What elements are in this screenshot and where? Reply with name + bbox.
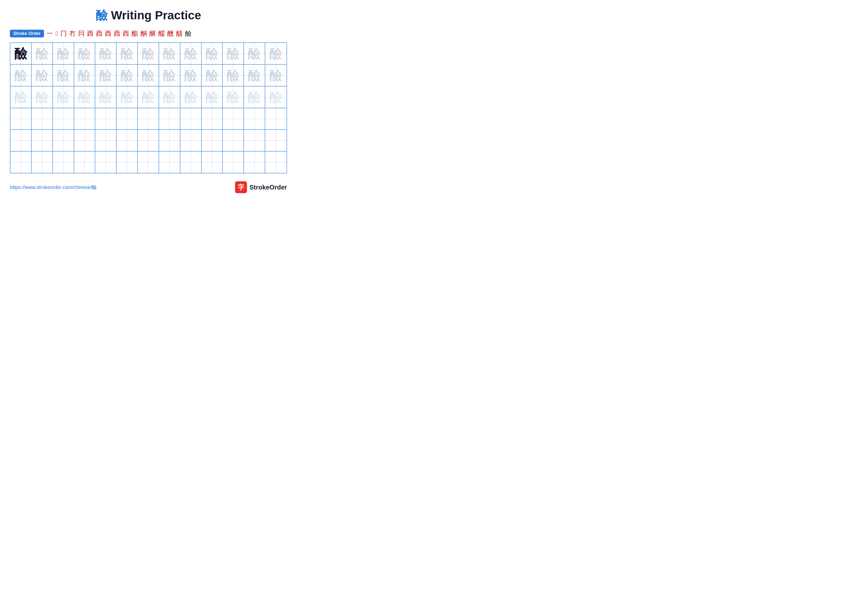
grid-cell-3-11[interactable] xyxy=(244,108,265,129)
grid-row-2: 醶醶醶醶醶醶醶醶醶醶醶醶醶 xyxy=(10,86,287,108)
grid-cell-4-12[interactable] xyxy=(265,130,287,151)
grid-row-1: 醶醶醶醶醶醶醶醶醶醶醶醶醶 xyxy=(10,65,287,86)
grid-row-3 xyxy=(10,108,287,130)
grid-cell-0-3[interactable]: 醶 xyxy=(74,43,96,64)
grid-cell-1-4[interactable]: 醶 xyxy=(95,65,116,86)
grid-cell-5-2[interactable] xyxy=(53,152,74,173)
cell-character-0-5: 醶 xyxy=(121,47,133,60)
grid-cell-5-4[interactable] xyxy=(95,152,116,173)
grid-cell-2-5[interactable]: 醶 xyxy=(116,86,138,108)
grid-cell-0-8[interactable]: 醶 xyxy=(180,43,202,64)
cell-character-0-10: 醶 xyxy=(227,47,240,60)
grid-cell-0-2[interactable]: 醶 xyxy=(53,43,74,64)
grid-cell-0-9[interactable]: 醶 xyxy=(202,43,223,64)
cell-character-2-9: 醶 xyxy=(206,91,219,104)
cell-character-1-3: 醶 xyxy=(78,69,91,82)
grid-cell-3-3[interactable] xyxy=(74,108,96,129)
grid-cell-4-9[interactable] xyxy=(202,130,223,151)
grid-cell-5-0[interactable] xyxy=(10,152,32,173)
grid-cell-5-6[interactable] xyxy=(138,152,159,173)
grid-cell-3-7[interactable] xyxy=(159,108,180,129)
grid-cell-5-10[interactable] xyxy=(223,152,244,173)
grid-cell-3-6[interactable] xyxy=(138,108,159,129)
grid-cell-2-12[interactable]: 醶 xyxy=(265,86,287,108)
stroke-steps: 一𠃌冂冇冃酉酉酉酉酉酯酮醸醹醺醻醶 xyxy=(45,29,192,38)
grid-cell-5-12[interactable] xyxy=(265,152,287,173)
grid-cell-1-5[interactable]: 醶 xyxy=(116,65,138,86)
grid-cell-2-7[interactable]: 醶 xyxy=(159,86,180,108)
cell-character-0-9: 醶 xyxy=(206,47,219,60)
stroke-order-row: Stroke Order 一𠃌冂冇冃酉酉酉酉酉酯酮醸醹醺醻醶 xyxy=(10,29,287,38)
grid-cell-0-5[interactable]: 醶 xyxy=(116,43,138,64)
grid-cell-2-4[interactable]: 醶 xyxy=(95,86,116,108)
grid-cell-3-5[interactable] xyxy=(116,108,138,129)
grid-cell-1-12[interactable]: 醶 xyxy=(265,65,287,86)
grid-cell-0-10[interactable]: 醶 xyxy=(223,43,244,64)
grid-cell-4-4[interactable] xyxy=(95,130,116,151)
grid-cell-2-6[interactable]: 醶 xyxy=(138,86,159,108)
grid-cell-3-9[interactable] xyxy=(202,108,223,129)
grid-cell-4-5[interactable] xyxy=(116,130,138,151)
grid-cell-4-2[interactable] xyxy=(53,130,74,151)
grid-cell-1-1[interactable]: 醶 xyxy=(32,65,53,86)
stroke-step-9: 酉 xyxy=(122,29,130,38)
grid-cell-5-3[interactable] xyxy=(74,152,96,173)
grid-cell-5-11[interactable] xyxy=(244,152,265,173)
grid-cell-1-10[interactable]: 醶 xyxy=(223,65,244,86)
footer-url[interactable]: https://www.strokeorder.com/chinese/醶 xyxy=(10,184,97,191)
grid-cell-0-6[interactable]: 醶 xyxy=(138,43,159,64)
grid-cell-1-6[interactable]: 醶 xyxy=(138,65,159,86)
grid-cell-4-3[interactable] xyxy=(74,130,96,151)
grid-cell-3-12[interactable] xyxy=(265,108,287,129)
footer: https://www.strokeorder.com/chinese/醶 字 … xyxy=(10,181,287,193)
grid-cell-2-8[interactable]: 醶 xyxy=(180,86,202,108)
grid-cell-3-4[interactable] xyxy=(95,108,116,129)
grid-cell-0-0[interactable]: 醶 xyxy=(10,43,32,64)
grid-cell-0-12[interactable]: 醶 xyxy=(265,43,287,64)
grid-cell-3-1[interactable] xyxy=(32,108,53,129)
grid-cell-0-7[interactable]: 醶 xyxy=(159,43,180,64)
grid-cell-5-5[interactable] xyxy=(116,152,138,173)
grid-cell-3-2[interactable] xyxy=(53,108,74,129)
grid-cell-4-0[interactable] xyxy=(10,130,32,151)
grid-cell-1-9[interactable]: 醶 xyxy=(202,65,223,86)
grid-cell-0-11[interactable]: 醶 xyxy=(244,43,265,64)
grid-cell-2-1[interactable]: 醶 xyxy=(32,86,53,108)
grid-cell-4-11[interactable] xyxy=(244,130,265,151)
stroke-step-13: 醹 xyxy=(157,29,166,38)
grid-cell-1-2[interactable]: 醶 xyxy=(53,65,74,86)
stroke-step-16: 醶 xyxy=(184,29,192,38)
grid-cell-4-8[interactable] xyxy=(180,130,202,151)
grid-cell-0-4[interactable]: 醶 xyxy=(95,43,116,64)
grid-cell-5-1[interactable] xyxy=(32,152,53,173)
grid-cell-5-7[interactable] xyxy=(159,152,180,173)
grid-cell-3-8[interactable] xyxy=(180,108,202,129)
grid-cell-2-3[interactable]: 醶 xyxy=(74,86,96,108)
stroke-step-15: 醻 xyxy=(175,29,184,38)
grid-cell-2-0[interactable]: 醶 xyxy=(10,86,32,108)
grid-cell-4-10[interactable] xyxy=(223,130,244,151)
cell-character-1-9: 醶 xyxy=(206,69,219,82)
grid-cell-2-10[interactable]: 醶 xyxy=(223,86,244,108)
grid-cell-2-2[interactable]: 醶 xyxy=(53,86,74,108)
grid-cell-4-6[interactable] xyxy=(138,130,159,151)
grid-cell-3-10[interactable] xyxy=(223,108,244,129)
grid-cell-1-11[interactable]: 醶 xyxy=(244,65,265,86)
grid-cell-3-0[interactable] xyxy=(10,108,32,129)
grid-cell-1-0[interactable]: 醶 xyxy=(10,65,32,86)
grid-cell-5-9[interactable] xyxy=(202,152,223,173)
grid-cell-0-1[interactable]: 醶 xyxy=(32,43,53,64)
cell-character-1-2: 醶 xyxy=(57,69,70,82)
cell-character-0-2: 醶 xyxy=(57,47,70,60)
stroke-order-badge: Stroke Order xyxy=(10,30,44,37)
grid-cell-2-9[interactable]: 醶 xyxy=(202,86,223,108)
grid-cell-4-1[interactable] xyxy=(32,130,53,151)
grid-cell-2-11[interactable]: 醶 xyxy=(244,86,265,108)
grid-cell-1-7[interactable]: 醶 xyxy=(159,65,180,86)
stroke-step-1: 𠃌 xyxy=(54,30,59,37)
grid-cell-1-8[interactable]: 醶 xyxy=(180,65,202,86)
grid-cell-4-7[interactable] xyxy=(159,130,180,151)
cell-character-2-3: 醶 xyxy=(78,91,91,104)
grid-cell-1-3[interactable]: 醶 xyxy=(74,65,96,86)
grid-cell-5-8[interactable] xyxy=(180,152,202,173)
